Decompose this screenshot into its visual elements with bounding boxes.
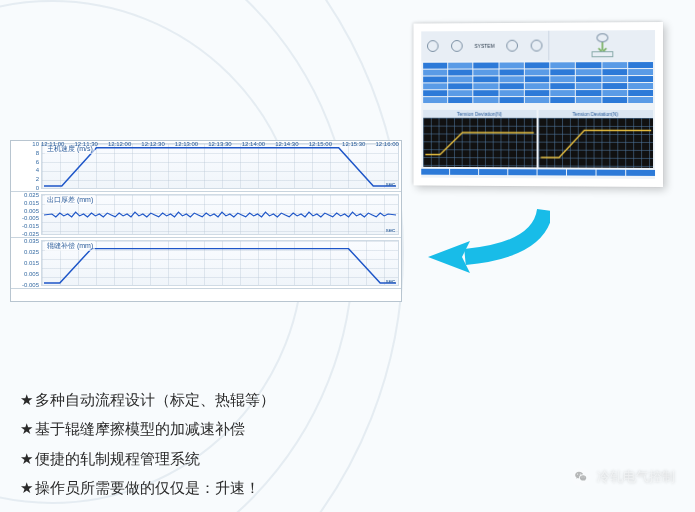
series-label-gap: 辊缝补偿 (mm): [45, 241, 95, 251]
flow-arrow-icon: [410, 205, 550, 275]
xaxis-row: 12:11:00 12:11:30 12:12:00 12:12:30 12:1…: [11, 289, 401, 304]
hmi-scopes: Tension Deviation(N) Tension Deviation(N…: [421, 108, 655, 170]
hmi-diagram-left: SYSTEM: [421, 31, 549, 61]
star-icon: ★: [20, 444, 33, 473]
star-icon: ★: [20, 385, 33, 414]
scope-title: Tension Deviation(N): [538, 110, 653, 118]
yaxis-gap: 0.035 0.025 0.015 0.005 -0.005: [11, 238, 41, 288]
hmi-top-area: SYSTEM: [421, 30, 655, 61]
chart-row-speed: 10 8 6 4 2 0 sec 主机速度 (m/s): [11, 141, 401, 192]
star-icon: ★: [20, 414, 33, 443]
watermark: 冷轧电气控制: [571, 467, 675, 487]
bullet-item: ★操作员所需要做的仅仅是：升速！: [20, 473, 275, 502]
bullet-item: ★多种自动流程设计（标定、热辊等）: [20, 385, 275, 414]
node-icon: [427, 40, 439, 52]
sec-label: sec: [386, 227, 395, 233]
hmi-status-bar: [421, 169, 655, 179]
scope-screen: [423, 118, 536, 168]
star-icon: ★: [20, 473, 33, 502]
hmi-table: [421, 60, 655, 108]
scope-screen: [538, 118, 653, 168]
bullet-item: ★便捷的轧制规程管理系统: [20, 444, 275, 473]
series-label-thickness: 出口厚差 (mm): [45, 195, 95, 205]
sec-label: sec: [386, 181, 395, 187]
node-icon: [507, 40, 519, 52]
chart-row-thickness: 0.025 0.015 0.005 -0.005 -0.015 -0.025 s…: [11, 192, 401, 238]
down-arrow-icon: [587, 42, 617, 51]
chart-row-gap: 0.035 0.025 0.015 0.005 -0.005 sec 辊缝补偿 …: [11, 238, 401, 289]
node-icon: [451, 40, 463, 52]
xaxis-labels: 12:11:00 12:11:30 12:12:00 12:12:30 12:1…: [41, 141, 399, 147]
yaxis-thickness: 0.025 0.015 0.005 -0.005 -0.015 -0.025: [11, 192, 41, 237]
node-icon: [596, 33, 608, 42]
wechat-icon: [571, 467, 591, 487]
trend-chart-panel: 10 8 6 4 2 0 sec 主机速度 (m/s) 0.025 0.015 …: [10, 140, 402, 302]
hmi-screen: SYSTEM Tension Deviation(N): [421, 30, 655, 179]
sec-label: sec: [386, 278, 395, 284]
scope-left: Tension Deviation(N): [423, 110, 536, 167]
yaxis-speed: 10 8 6 4 2 0: [11, 141, 41, 191]
hmi-title: SYSTEM: [475, 43, 495, 49]
bullet-item: ★基于辊缝摩擦模型的加减速补偿: [20, 414, 275, 443]
node-icon: [531, 40, 543, 52]
hmi-diagram-right: [549, 30, 655, 60]
scope-title: Tension Deviation(N): [423, 110, 536, 118]
hmi-monitor: SYSTEM Tension Deviation(N): [414, 22, 663, 187]
feature-bullets: ★多种自动流程设计（标定、热辊等） ★基于辊缝摩擦模型的加减速补偿 ★便捷的轧制…: [20, 385, 275, 502]
watermark-text: 冷轧电气控制: [597, 468, 675, 486]
block-icon: [591, 51, 613, 57]
scope-right: Tension Deviation(N): [538, 110, 653, 168]
